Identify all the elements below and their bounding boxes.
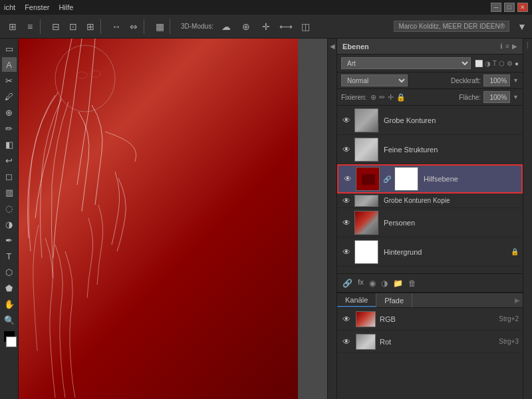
menu-hilfe[interactable]: Hilfe [59, 3, 73, 11]
menu-fenster[interactable]: Fenster [25, 3, 49, 11]
tab-pfade[interactable]: Pfade [376, 293, 412, 307]
fill-input[interactable] [483, 91, 510, 103]
layer-item-hilfsebene[interactable]: 👁 🔗 Hilfsebene [337, 164, 523, 194]
toolbar-icon-2[interactable]: ≡ [23, 19, 37, 34]
layer-filter-icons: ⬜ ◑ T ⬡ ⚙ ● [475, 60, 519, 67]
toolbar-icon-8[interactable]: ▦ [152, 19, 167, 34]
footer-folder-icon[interactable]: 📁 [393, 279, 403, 288]
toolbar-3d-icon-4[interactable]: ⟷ [279, 19, 293, 34]
toolbar-icon-4[interactable]: ⊡ [66, 19, 80, 34]
toolbar-3d-icon-1[interactable]: ☁ [219, 19, 233, 34]
channel-thumb-rgb [356, 311, 376, 327]
tool-active[interactable]: A [2, 57, 17, 72]
channel-eye-rot[interactable]: 👁 [341, 336, 352, 347]
tool-pen[interactable]: ✒ [2, 233, 17, 247]
layer-eye-grobe-konturen[interactable]: 👁 [341, 115, 352, 126]
right-panel: Ebenen ℹ ≡ ▶ Art ⬜ ◑ T ⬡ ⚙ ● [336, 39, 523, 399]
layer-item-grobe-konturen[interactable]: 👁 Grobe Konturen [337, 106, 523, 135]
layer-link-hilfsebene[interactable]: 🔗 [382, 174, 392, 184]
filter-type-icon[interactable]: T [493, 60, 497, 67]
minimize-button[interactable]: ─ [491, 3, 501, 12]
panel-collapse-strip[interactable]: ◀ [327, 39, 336, 399]
toolbar-group-2: ⊟ ⊡ ⊞ [46, 19, 101, 34]
close-button[interactable]: ✕ [517, 3, 528, 12]
fix-brush-icon[interactable]: ✏ [379, 93, 385, 102]
tool-blur[interactable]: ◌ [2, 201, 17, 215]
fill-section: Fläche: ▼ [459, 91, 519, 103]
fix-label: Fixieren: [341, 94, 366, 101]
filter-adj-icon[interactable]: ◑ [485, 60, 491, 67]
layers-info-icon[interactable]: ℹ [500, 43, 503, 50]
layer-eye-grobe-kopie[interactable]: 👁 [341, 196, 352, 206]
tool-shape[interactable]: ⬟ [2, 281, 17, 295]
footer-mask-icon[interactable]: ◉ [369, 279, 376, 288]
tool-gradient[interactable]: ▥ [2, 185, 17, 200]
footer-link-icon[interactable]: 🔗 [342, 279, 352, 288]
toolbar-group-1: ⊞ ≡ [3, 19, 41, 34]
layer-thumb-grobe-kopie [354, 195, 378, 207]
toolbar-icon-6[interactable]: ↔ [109, 19, 124, 34]
channel-item-rot[interactable]: 👁 Rot Strg+3 [337, 331, 523, 353]
tool-stamp[interactable]: ◧ [2, 137, 17, 152]
channel-shortcut-rot: Strg+3 [499, 338, 519, 345]
layer-eye-hintergrund[interactable]: 👁 [341, 247, 352, 257]
layer-thumb-grobe-konturen [354, 108, 378, 132]
maximize-button[interactable]: □ [504, 3, 515, 12]
tool-dodge[interactable]: ◑ [2, 217, 17, 231]
tool-eyedrop[interactable]: 🖊 [2, 89, 17, 104]
tool-bg-color[interactable] [6, 336, 17, 347]
layer-eye-personen[interactable]: 👁 [341, 217, 352, 228]
toolbar-icon-5[interactable]: ⊞ [83, 19, 98, 34]
canvas-area[interactable] [19, 39, 327, 399]
menu-icht[interactable]: icht [4, 3, 15, 11]
tool-hand[interactable]: ✋ [2, 297, 17, 311]
tool-heal[interactable]: ⊕ [2, 105, 17, 120]
toolbar-3d-icon-5[interactable]: ◫ [299, 19, 313, 34]
layer-item-grobe-kopie[interactable]: 👁 Grobe Konturen Kopie [337, 194, 523, 208]
layers-panel-header-icons: ℹ ≡ ▶ [500, 43, 517, 50]
toolbar-3d-icon-3[interactable]: ✛ [259, 19, 273, 34]
footer-adj-icon[interactable]: ◑ [381, 279, 388, 288]
layers-panel-header: Ebenen ℹ ≡ ▶ [337, 39, 523, 55]
layer-name-hintergrund: Hintergrund [381, 248, 508, 256]
fix-pos-icon[interactable]: ⊕ [370, 93, 376, 102]
channel-item-rgb[interactable]: 👁 RGB Strg+2 [337, 308, 523, 331]
layer-thumb-personen [354, 211, 378, 235]
layer-eye-feine-strukturen[interactable]: 👁 [341, 144, 352, 155]
toolbar-3d-icon-2[interactable]: ⊕ [239, 19, 253, 34]
layer-item-feine-strukturen[interactable]: 👁 Feine Strukturen [337, 135, 523, 164]
fix-move-icon[interactable]: ✛ [388, 93, 394, 102]
tool-path[interactable]: ⬡ [2, 265, 17, 279]
filter-smart-icon[interactable]: ⚙ [507, 60, 513, 67]
tab-kanale[interactable]: Kanäle [337, 293, 376, 307]
toolbar-icon-7[interactable]: ⇔ [126, 19, 141, 34]
tool-brush[interactable]: ✏ [2, 121, 17, 136]
tool-select[interactable]: ▭ [2, 41, 17, 56]
fix-icons: ⊕ ✏ ✛ 🔒 [370, 93, 406, 102]
opacity-input[interactable] [483, 74, 510, 86]
tool-zoom[interactable]: 🔍 [2, 313, 17, 327]
layer-item-hintergrund[interactable]: 👁 Hintergrund 🔒 [337, 237, 523, 267]
footer-delete-icon[interactable]: 🗑 [408, 279, 416, 288]
layer-footer: 🔗 fx ◉ ◑ 📁 🗑 [337, 273, 523, 292]
layer-filter-select[interactable]: Art [341, 57, 471, 69]
tool-eraser[interactable]: ◻ [2, 169, 17, 184]
channel-eye-rgb[interactable]: 👁 [341, 314, 352, 325]
layers-collapse-icon[interactable]: ▶ [512, 43, 517, 50]
blend-mode-select[interactable]: Normal [341, 74, 408, 86]
channels-panel-arrow[interactable]: ▶ [515, 297, 520, 304]
footer-fx-icon[interactable]: fx [358, 279, 364, 288]
tool-text[interactable]: T [2, 249, 17, 263]
fix-all-icon[interactable]: 🔒 [396, 93, 406, 102]
filter-shape-icon[interactable]: ⬡ [499, 60, 505, 67]
filter-toggle-icon[interactable]: ● [515, 60, 519, 67]
toolbar-icon-1[interactable]: ⊞ [5, 19, 20, 34]
toolbar-icon-3[interactable]: ⊟ [49, 19, 63, 34]
filter-pixel-icon[interactable]: ⬜ [475, 60, 483, 67]
layer-item-personen[interactable]: 👁 Personen [337, 208, 523, 237]
tool-history[interactable]: ↩ [2, 153, 17, 168]
tool-crop[interactable]: ✂ [2, 73, 17, 88]
layers-menu-icon[interactable]: ≡ [505, 43, 509, 50]
layer-eye-hilfsebene[interactable]: 👁 [342, 174, 353, 184]
toolbar-search-icon[interactable]: ▼ [515, 19, 529, 34]
